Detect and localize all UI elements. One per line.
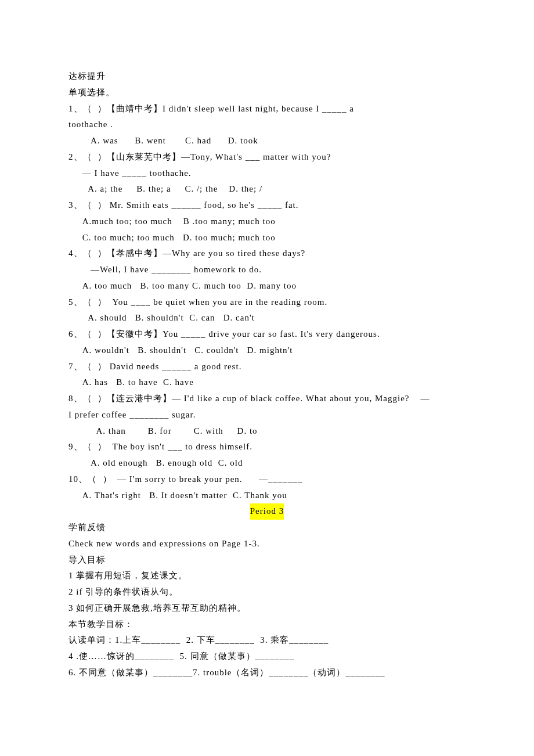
question-stem: —Well, I have ________ homework to do. [68,262,466,278]
question-stem: toothache . [68,117,466,133]
question-stem: 6、（ ）【安徽中考】You _____ drive your car so f… [68,326,466,343]
question-stem: 9、（ ） The boy isn't ___ to dress himself… [68,439,466,455]
question-options: A. a; the B. the; a C. /; the D. the; / [68,181,466,197]
vocab-line: 6. 不同意（做某事）________7. trouble（名词）_______… [68,665,466,681]
question-stem: 7、（ ） David needs ______ a good rest. [68,359,466,375]
question-stem: 10、（ ） — I'm sorry to break your pen. —_… [68,471,466,488]
vocab-line: 认读单词：1.上车________ 2. 下车________ 3. 乘客___… [68,632,466,649]
period-heading: Period 3 [250,503,284,520]
question-stem: 3、（ ） Mr. Smith eats ______ food, so he'… [68,197,466,214]
instruction-line: Check new words and expressions on Page … [68,536,466,552]
vocab-line: 4 .使……惊讶的________ 5. 同意（做某事）________ [68,649,466,665]
question-stem: 8、（ ）【连云港中考】— I'd like a cup of black co… [68,391,466,407]
section-title: 达标提升 [68,69,466,85]
question-options: A.much too; too much B .too many; much t… [68,214,466,246]
question-options: A. should B. shouldn't C. can D. can't [68,310,466,326]
question-options: A. wouldn't B. shouldn't C. couldn't D. … [68,343,466,359]
question-options: A. has B. to have C. have [68,375,466,391]
section-heading: 学前反馈 [68,520,466,536]
question-stem: — I have _____ toothache. [68,165,466,182]
question-stem: 4、（ ）【孝感中考】—Why are you so tired these d… [68,246,466,262]
goal-item: 2 if 引导的条件状语从句。 [68,584,466,600]
question-stem: 5、（ ） You ____ be quiet when you are in … [68,294,466,311]
question-stem: 2、（ ）【山东莱芜中考】—Tony, What's ___ matter wi… [68,149,466,165]
question-options: A. old enough B. enough old C. old [68,455,466,471]
subsection-title: 单项选择。 [68,85,466,101]
question-options: A. than B. for C. with D. to [68,423,466,440]
goal-item: 3 如何正确开展急救,培养互帮互助的精神。 [68,600,466,617]
period-heading-row: Period 3 [68,503,466,520]
document-page: 达标提升 单项选择。 1、（ ）【曲靖中考】I didn't sleep wel… [0,0,534,756]
section-heading: 导入目标 [68,552,466,568]
question-stem: I prefer coffee ________ sugar. [68,407,466,423]
section-heading: 本节教学目标： [68,617,466,633]
question-options: A. That's right B. It doesn't matter C. … [68,488,466,504]
goal-item: 1 掌握有用短语，复述课文。 [68,568,466,584]
question-options: A. too much B. too many C. much too D. m… [68,278,466,294]
question-stem: 1、（ ）【曲靖中考】I didn't sleep well last nigh… [68,101,466,117]
question-options: A. was B. went C. had D. took [68,133,466,149]
